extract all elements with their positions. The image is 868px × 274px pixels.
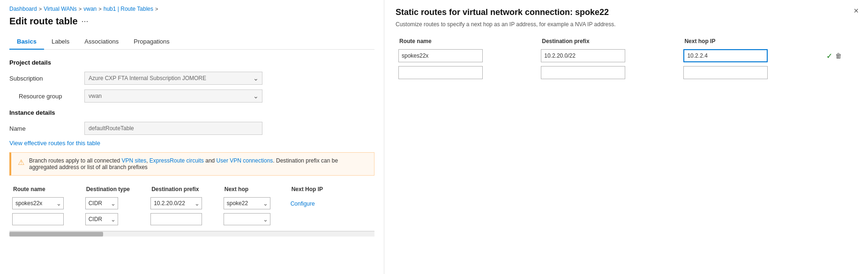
static-col-dest-prefix: Destination prefix [538, 35, 681, 47]
col-next-hop-ip: Next Hop IP [288, 183, 337, 195]
warning-box: ⚠ Branch routes apply to all connected V… [9, 152, 374, 176]
static-col-actions [823, 35, 857, 47]
subscription-select[interactable]: Azure CXP FTA Internal Subscription JOMO… [84, 72, 262, 85]
left-panel: Dashboard > Virtual WANs > vwan > hub1 |… [0, 0, 384, 274]
more-options-button[interactable]: ··· [82, 16, 89, 26]
tab-associations[interactable]: Associations [77, 34, 126, 50]
col-destination-type: Destination type [82, 183, 148, 195]
dest-prefix-select[interactable]: 10.2.20.0/22 [150, 197, 202, 209]
static-route-name-input-2[interactable] [398, 66, 483, 79]
view-effective-routes-link[interactable]: View effective routes for this table [9, 140, 100, 147]
static-route-name-input-1[interactable] [398, 49, 483, 62]
user-vpn-link[interactable]: User VPN connections [217, 157, 273, 164]
new-next-hop-select[interactable] [224, 213, 270, 225]
subscription-label: Subscription [9, 75, 84, 82]
table-row: spokes22x CIDR [9, 195, 337, 211]
tabs-container: Basics Labels Associations Propagations [9, 34, 374, 50]
new-dest-prefix-input[interactable] [150, 213, 202, 225]
table-row-empty: CIDR [9, 211, 337, 227]
dest-type-select-2[interactable]: CIDR [85, 213, 118, 225]
delete-icon-1[interactable]: 🗑 [835, 52, 842, 59]
warning-icon: ⚠ [18, 158, 24, 167]
tab-labels[interactable]: Labels [44, 34, 77, 50]
static-col-next-hop-ip: Next hop IP [681, 35, 823, 47]
static-next-hop-input-2[interactable] [683, 66, 768, 79]
dest-type-select-wrap-2[interactable]: CIDR [85, 213, 118, 225]
new-next-hop-select-wrap[interactable] [224, 213, 270, 225]
col-route-name: Route name [9, 183, 82, 195]
resource-group-select[interactable]: vwan [84, 89, 262, 103]
page-title-row: Edit route table ··· [9, 16, 374, 27]
route-name-select[interactable]: spokes22x [12, 197, 64, 209]
breadcrumb-route-tables[interactable]: hub1 | Route Tables [104, 6, 153, 12]
resource-group-select-wrapper[interactable]: vwan [84, 89, 262, 103]
static-dest-prefix-input-1[interactable] [541, 49, 625, 62]
static-dest-prefix-input-2[interactable] [541, 66, 625, 79]
next-hop-select[interactable]: spoke22 [224, 197, 270, 209]
panel-description: Customize routes to specify a next hop a… [396, 21, 857, 28]
close-button[interactable]: × [853, 7, 859, 15]
subscription-select-wrapper[interactable]: Azure CXP FTA Internal Subscription JOMO… [84, 72, 262, 85]
breadcrumb-vwan[interactable]: vwan [83, 6, 97, 12]
tab-basics[interactable]: Basics [9, 34, 44, 50]
resource-group-label: Resource group [9, 93, 84, 100]
action-cell-1: ✓ 🗑 [826, 52, 854, 60]
confirm-icon[interactable]: ✓ [826, 52, 832, 60]
breadcrumb-virtual-wans[interactable]: Virtual WANs [44, 6, 77, 12]
dest-type-select-wrap-1[interactable]: CIDR [85, 197, 118, 209]
routes-table-wrapper: Route name Destination type Destination … [9, 183, 374, 227]
col-destination-prefix: Destination prefix [148, 183, 221, 195]
name-row: Name [9, 122, 374, 135]
static-routes-table: Route name Destination prefix Next hop I… [396, 35, 857, 81]
vpn-sites-link[interactable]: VPN sites [121, 157, 146, 164]
new-route-name-input[interactable] [12, 213, 64, 225]
static-table-row-empty [396, 64, 857, 81]
scroll-thumb[interactable] [9, 232, 103, 237]
name-field[interactable] [84, 122, 262, 135]
route-name-select-wrap[interactable]: spokes22x [12, 197, 64, 209]
routes-table: Route name Destination type Destination … [9, 183, 337, 227]
tab-propagations[interactable]: Propagations [126, 34, 177, 50]
breadcrumb: Dashboard > Virtual WANs > vwan > hub1 |… [9, 6, 374, 12]
page-title: Edit route table [9, 16, 78, 27]
name-label: Name [9, 125, 84, 132]
static-table-row: ✓ 🗑 [396, 47, 857, 64]
right-panel: × Static routes for virtual network conn… [384, 0, 868, 274]
dest-prefix-select-wrap[interactable]: 10.2.20.0/22 [150, 197, 202, 209]
instance-details-heading: Instance details [9, 109, 374, 116]
subscription-row: Subscription Azure CXP FTA Internal Subs… [9, 72, 374, 85]
project-details-heading: Project details [9, 59, 374, 66]
configure-link[interactable]: Configure [291, 200, 315, 207]
col-next-hop: Next hop [221, 183, 288, 195]
expressroute-link[interactable]: ExpressRoute circuits [150, 157, 204, 164]
static-col-route-name: Route name [396, 35, 538, 47]
next-hop-select-wrap[interactable]: spoke22 [224, 197, 270, 209]
panel-title: Static routes for virtual network connec… [396, 7, 857, 17]
horizontal-scrollbar[interactable] [9, 231, 374, 237]
dest-type-select-1[interactable]: CIDR [85, 197, 118, 209]
breadcrumb-dashboard[interactable]: Dashboard [9, 6, 37, 12]
resource-group-row: Resource group vwan [9, 89, 374, 103]
warning-text: Branch routes apply to all connected VPN… [29, 157, 367, 170]
static-next-hop-input-1[interactable] [683, 49, 768, 62]
